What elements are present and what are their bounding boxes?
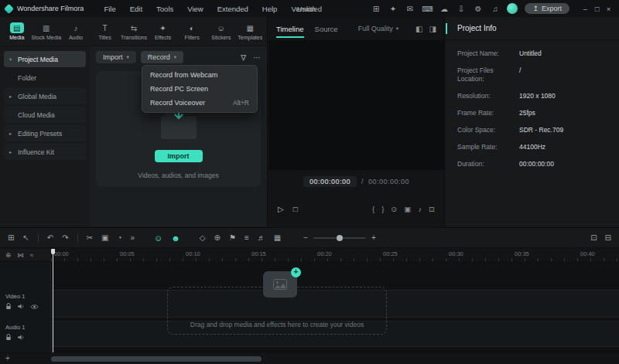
tab-timeline[interactable]: Timeline — [276, 20, 304, 38]
auto-ripple-icon[interactable]: ≈ — [30, 251, 34, 259]
tab-transitions[interactable]: ⇆ Transitions — [119, 22, 149, 40]
filter-icon[interactable]: ∇ — [241, 53, 246, 62]
stop-button[interactable]: □ — [293, 205, 298, 213]
mark-out-icon[interactable]: } — [381, 205, 384, 213]
menu-view[interactable]: View — [180, 3, 210, 15]
crop-icon[interactable]: ▣ — [404, 205, 411, 213]
chevron-right-icon: ▸ — [9, 94, 15, 100]
track-manager-icon[interactable]: ⊟ — [605, 233, 611, 242]
crop-icon[interactable]: ▣ — [101, 233, 108, 242]
settings-icon[interactable]: ⚙ — [473, 5, 483, 13]
cloud-icon[interactable]: ☁ — [439, 5, 449, 13]
import-button[interactable]: Import — [155, 150, 203, 162]
timeline-ruler[interactable]: ⊕ ⋈ ≈ 00:00 00:05 00:10 00:15 00:20 00:2… — [0, 249, 619, 262]
menu-item-record-webcam[interactable]: Record from Webcam — [142, 68, 257, 82]
keyframe-icon[interactable]: ◇ — [200, 233, 206, 242]
more-tools-icon[interactable]: » — [130, 233, 135, 242]
tab-media[interactable]: ▤ Media — [2, 22, 32, 40]
snapshot-icon[interactable]: ⊙ — [391, 205, 397, 213]
menu-extended[interactable]: Extended — [210, 3, 255, 15]
ruler-scale[interactable]: 00:00 00:05 00:10 00:15 00:20 00:25 00:3… — [51, 249, 619, 261]
record-dropdown-button[interactable]: Record ▾ — [141, 51, 183, 63]
compare-view-icon[interactable]: ◧ — [416, 25, 422, 33]
sidebar-item-global-media[interactable]: ▸ Global Media — [4, 88, 86, 104]
snap-icon[interactable]: ⋈ — [17, 251, 24, 259]
redo-icon[interactable]: ↷ — [62, 233, 68, 242]
mute-icon[interactable] — [17, 334, 25, 341]
add-marker-icon[interactable]: ⊕ — [5, 251, 11, 259]
playhead[interactable] — [53, 250, 53, 352]
zoom-slider-thumb[interactable] — [337, 235, 343, 241]
menu-item-record-pc-screen[interactable]: Record PC Screen — [142, 82, 257, 96]
sidebar-item-influence-kit[interactable]: ▸ Influence Kit — [4, 144, 86, 160]
user-avatar[interactable] — [507, 3, 518, 14]
document-title: Untitled — [297, 5, 322, 13]
minimize-button[interactable]: – — [580, 5, 591, 13]
fit-timeline-icon[interactable]: ⊡ — [590, 233, 597, 242]
sidebar-item-project-media[interactable]: ▾ Project Media — [4, 51, 86, 67]
track-name: Audio 1 — [5, 324, 46, 331]
scrollbar-thumb[interactable] — [51, 356, 262, 362]
zoom-in-icon[interactable]: + — [371, 233, 376, 242]
media-room-icon[interactable]: ♫ — [490, 5, 500, 13]
pointer-icon[interactable]: ↖ — [22, 233, 29, 242]
audio-mixer-icon[interactable]: ≡ — [245, 233, 249, 242]
sidebar-item-editing-presets[interactable]: ▸ Editing Presets — [4, 125, 86, 141]
add-media-icon[interactable]: + — [291, 267, 301, 277]
quality-dropdown[interactable]: Full Quality ▾ — [358, 25, 398, 32]
tab-titles[interactable]: T Titles — [91, 22, 120, 40]
tab-templates[interactable]: ▦ Templates — [235, 22, 265, 40]
download-icon[interactable]: ⇩ — [456, 5, 466, 13]
undo-icon[interactable]: ↶ — [47, 233, 53, 242]
split-icon[interactable]: ✂ — [87, 233, 93, 242]
menu-tools[interactable]: Tools — [149, 3, 180, 15]
keyboard-icon[interactable]: ⌨ — [422, 5, 432, 13]
maximize-button[interactable]: □ — [591, 5, 603, 13]
play-button[interactable]: ▷ — [278, 205, 284, 213]
more-options-icon[interactable]: ⋯ — [253, 53, 261, 62]
ai-portrait-icon[interactable]: ☺ — [154, 233, 162, 243]
chroma-key-icon[interactable]: ⊕ — [214, 233, 221, 242]
tab-filters[interactable]: ◐ Filters — [177, 22, 207, 40]
layout-icon[interactable]: ⊞ — [371, 5, 381, 13]
menu-help[interactable]: Help — [255, 3, 285, 15]
templates-icon: ▦ — [243, 22, 257, 33]
mute-icon[interactable] — [17, 303, 25, 310]
tab-stock-media[interactable]: ▥ Stock Media — [32, 22, 62, 40]
timeline-scrollbar[interactable]: + — [0, 352, 619, 364]
menu-file[interactable]: File — [97, 3, 122, 15]
render-preview-icon[interactable]: ▦ — [274, 233, 281, 242]
menu-edit[interactable]: Edit — [123, 3, 149, 15]
fullscreen-icon[interactable]: ⊡ — [429, 205, 435, 213]
tab-stickers[interactable]: ☺ Stickers — [207, 22, 236, 40]
message-icon[interactable]: ✉ — [405, 5, 415, 13]
plugin-icon[interactable]: ✦ — [388, 5, 398, 13]
chevron-right-icon: ▸ — [9, 149, 15, 155]
speed-icon[interactable]: ◔ — [117, 233, 121, 242]
tab-effects[interactable]: ✦ Effects — [149, 22, 178, 40]
eye-icon[interactable] — [30, 304, 39, 310]
voiceover-icon[interactable]: ♬ — [258, 233, 265, 242]
menu-item-record-voiceover[interactable]: Record Voiceover Alt+R — [142, 96, 257, 110]
element-grid-icon[interactable]: ⊞ — [8, 233, 14, 242]
mark-in-icon[interactable]: { — [372, 205, 374, 213]
zoom-out-icon[interactable]: − — [303, 233, 308, 242]
current-timecode[interactable]: 00:00:00:00 — [303, 176, 357, 187]
tab-audio[interactable]: ♪ Audio — [61, 22, 91, 40]
ai-mask-icon[interactable]: ☻ — [171, 233, 180, 243]
sidebar-item-folder[interactable]: Folder — [4, 70, 86, 86]
add-track-icon[interactable]: + — [5, 354, 10, 362]
sidebar-item-cloud-media[interactable]: Cloud Media — [4, 107, 86, 123]
lock-icon[interactable] — [5, 303, 12, 310]
export-button[interactable]: ↥ Export — [525, 3, 569, 14]
marker-icon[interactable]: ⚑ — [229, 233, 236, 242]
close-button[interactable]: × — [603, 5, 614, 13]
zoom-slider[interactable] — [313, 237, 366, 239]
pop-out-icon[interactable]: ◨ — [429, 25, 436, 33]
volume-icon[interactable]: ♪ — [418, 205, 422, 213]
info-row-frame-rate: Frame Rate: 25fps — [457, 109, 607, 117]
import-dropdown-button[interactable]: Import ▾ — [96, 51, 136, 63]
lock-icon[interactable] — [5, 334, 12, 341]
tab-source[interactable]: Source — [315, 20, 338, 38]
timeline-tracks[interactable]: Video 1 Audio 1 — [0, 262, 619, 352]
